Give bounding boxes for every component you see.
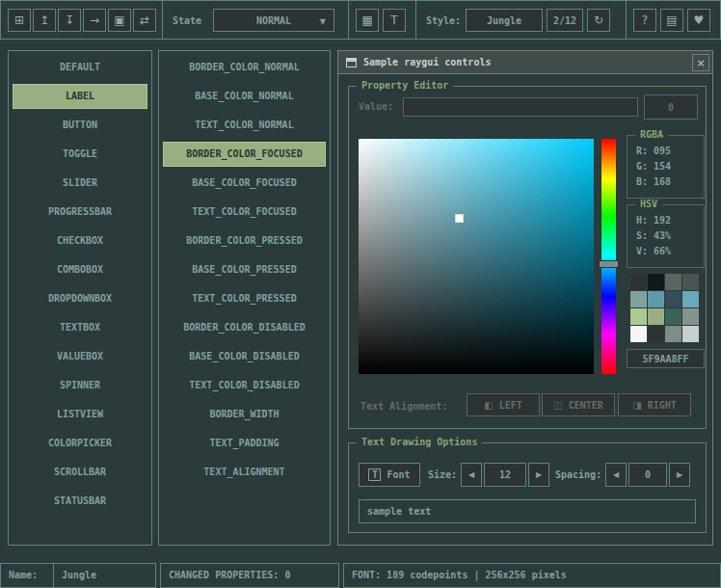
control-list-item[interactable]: DEFAULT [13, 55, 147, 80]
property-list-item[interactable]: BASE_COLOR_DISABLED [163, 344, 326, 369]
export-style-button[interactable]: → [83, 9, 106, 32]
status-style-name: Jungle [53, 563, 156, 588]
hsv-group-title: HSV [635, 199, 662, 209]
property-list-item[interactable]: BORDER_WIDTH [163, 402, 326, 427]
property-list-item[interactable]: TEXT_PADDING [163, 431, 326, 456]
palette-color-swatch[interactable] [665, 291, 681, 307]
save-file-icon: ↧ [65, 14, 74, 26]
control-list-item[interactable]: TOGGLE [13, 142, 147, 167]
property-list-item[interactable]: BASE_COLOR_PRESSED [163, 257, 326, 282]
palette-color-swatch[interactable] [682, 308, 699, 325]
new-file-icon: ⊞ [14, 14, 24, 26]
property-list-item[interactable]: TEXT_COLOR_NORMAL [163, 113, 326, 138]
toolbar: ⊞ ↥ ↧ → ▣ ⇄ State NORMAL ▼ ▦ T Style: Ju… [0, 0, 721, 40]
property-list-item[interactable]: BASE_COLOR_NORMAL [163, 84, 326, 109]
font-t-icon: T [368, 468, 381, 481]
control-list-item[interactable]: COLORPICKER [13, 431, 147, 456]
control-list-item[interactable]: LABEL [13, 84, 147, 109]
control-list-item[interactable]: DROPDOWNBOX [13, 286, 147, 311]
property-list-item[interactable]: TEXT_COLOR_DISABLED [163, 373, 326, 398]
palette-color-swatch[interactable] [648, 291, 664, 307]
palette-color-swatch[interactable] [630, 274, 647, 290]
control-list-item[interactable]: TEXTBOX [13, 315, 147, 340]
align-left-label: LEFT [499, 400, 522, 411]
status-changed-properties: CHANGED PROPERTIES: 0 [160, 563, 339, 588]
hex-color-value-box[interactable]: 5F9AA8FF [627, 349, 705, 368]
palette-color-swatch[interactable] [665, 274, 681, 290]
sv-square[interactable] [359, 139, 594, 374]
align-left-icon: ◧ [484, 400, 493, 411]
close-icon: × [696, 57, 705, 69]
state-dropdown[interactable]: NORMAL ▼ [213, 9, 334, 32]
font-button[interactable]: T Font [359, 463, 420, 487]
control-list-item[interactable]: VALUEBOX [13, 344, 147, 369]
property-list-item[interactable]: BORDER_COLOR_FOCUSED [163, 142, 326, 167]
spacing-increase-button[interactable]: ▶ [669, 463, 690, 487]
close-button[interactable]: × [692, 54, 709, 71]
arrow-left-icon: ◀ [468, 470, 474, 479]
property-list-item[interactable]: TEXT_COLOR_PRESSED [163, 286, 326, 311]
control-list-item[interactable]: CHECKBOX [13, 228, 147, 254]
palette-color-swatch[interactable] [682, 326, 699, 342]
style-name-button[interactable]: Jungle [466, 9, 543, 32]
palette-color-swatch[interactable] [630, 291, 647, 307]
window-titlebar[interactable]: Sample raygui controls × [338, 51, 712, 74]
palette-color-swatch[interactable] [648, 274, 664, 290]
align-right-toggle[interactable]: ◨ RIGHT [618, 393, 691, 416]
control-list-item[interactable]: PROGRESSBAR [13, 200, 147, 225]
palette-color-swatch[interactable] [648, 308, 664, 325]
sample-text-input[interactable]: sample text [359, 499, 696, 523]
size-decrease-button[interactable]: ◀ [461, 463, 482, 487]
spacing-value-box[interactable]: 0 [628, 463, 667, 487]
property-list-item[interactable]: TEXT_COLOR_FOCUSED [163, 200, 326, 225]
palette-color-swatch[interactable] [682, 274, 699, 290]
control-list-item[interactable]: LISTVIEW [13, 402, 147, 427]
property-list-item[interactable]: BORDER_COLOR_DISABLED [163, 315, 326, 340]
style-index-button[interactable]: 2/12 [547, 9, 583, 32]
new-style-button[interactable]: ⊞ [8, 9, 31, 32]
property-list-item[interactable]: TEXT_ALIGNMENT [163, 460, 326, 485]
load-style-button[interactable]: ↥ [33, 9, 56, 32]
control-list-item[interactable]: SLIDER [13, 171, 147, 196]
random-style-button[interactable]: ⇄ [133, 9, 156, 32]
property-list-item[interactable]: BORDER_COLOR_PRESSED [163, 228, 326, 254]
align-left-toggle[interactable]: ◧ LEFT [467, 393, 540, 416]
control-list-item[interactable]: BUTTON [13, 113, 147, 138]
font-atlas-button[interactable]: T [383, 9, 406, 32]
align-center-label: CENTER [569, 400, 603, 411]
properties-list-panel: BORDER_COLOR_NORMALBASE_COLOR_NORMALTEXT… [158, 50, 331, 546]
sv-cursor[interactable] [455, 214, 464, 223]
heart-icon: ♥ [694, 14, 705, 26]
palette-color-swatch[interactable] [665, 308, 681, 325]
reload-style-button[interactable]: ↻ [587, 9, 610, 32]
palette-color-swatch[interactable] [648, 326, 664, 342]
size-increase-button[interactable]: ▶ [528, 463, 549, 487]
about-button[interactable]: ▤ [660, 9, 683, 32]
property-list-item[interactable]: BORDER_COLOR_NORMAL [163, 55, 326, 80]
palette-color-swatch[interactable] [682, 291, 699, 307]
hue-bar[interactable] [601, 139, 616, 374]
rgba-red-value: R: 095 [636, 144, 704, 159]
control-list-item[interactable]: STATUSBAR [13, 489, 147, 514]
hue-handle[interactable] [599, 260, 619, 268]
help-button[interactable]: ? [633, 9, 656, 32]
palette-color-swatch[interactable] [665, 326, 681, 342]
size-value-box[interactable]: 12 [484, 463, 526, 487]
value-input[interactable] [403, 97, 638, 117]
palette-color-swatch[interactable] [630, 326, 647, 342]
control-list-item[interactable]: SCROLLBAR [13, 460, 147, 485]
property-list-item[interactable]: BASE_COLOR_FOCUSED [163, 171, 326, 196]
sponsor-button[interactable]: ♥ [687, 9, 710, 32]
property-int-value-box[interactable]: 0 [644, 94, 698, 120]
palette-color-swatch[interactable] [630, 308, 647, 325]
style-table-image-button[interactable]: ▦ [356, 9, 379, 32]
control-list-item[interactable]: SPINNER [13, 373, 147, 398]
align-center-toggle[interactable]: ◫ CENTER [542, 393, 615, 416]
grid-icon: ▦ [361, 14, 372, 26]
save-style-button[interactable]: ↧ [58, 9, 81, 32]
control-list-item[interactable]: COMBOBOX [13, 257, 147, 282]
state-dropdown-value: NORMAL [256, 15, 291, 26]
spacing-decrease-button[interactable]: ◀ [605, 463, 627, 487]
pack-style-button[interactable]: ▣ [108, 9, 131, 32]
status-font-info: FONT: 189 codepoints | 256x256 pixels [343, 563, 721, 588]
